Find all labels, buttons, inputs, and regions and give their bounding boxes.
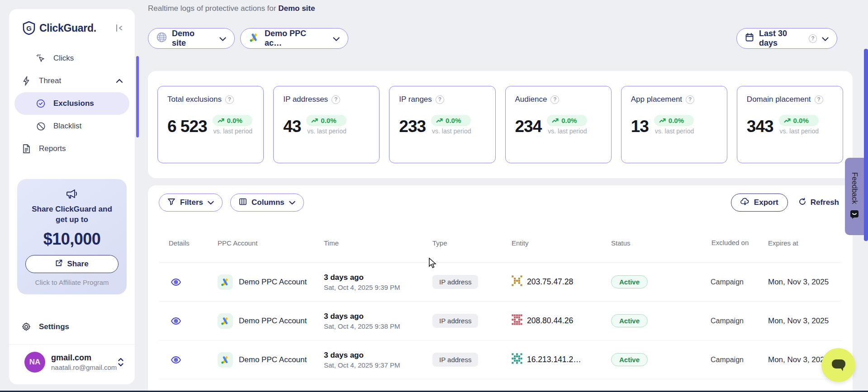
stat-value: 233	[399, 118, 426, 135]
table-row[interactable]: Demo PPC Account 3 days ago Sat, Oct 4, …	[159, 340, 842, 379]
stat-card-total-exclusions: Total exclusions? 6 523 0.0% vs. last pe…	[157, 86, 264, 163]
logo-text: ClickGuard.	[39, 22, 113, 34]
table-toolbar: Filters Columns Export	[159, 194, 842, 212]
status-badge: Active	[611, 314, 648, 327]
table-row[interactable]: Demo PPC Account 3 days ago Sat, Oct 4, …	[159, 301, 842, 340]
google-ads-icon	[218, 352, 233, 368]
stat-value: 6 523	[167, 118, 207, 135]
user-account[interactable]: NA gmail.com naatali.ro@gmail.com	[9, 345, 135, 373]
entity-cell: 16.213.141.2…	[512, 353, 611, 366]
chevron-down-icon	[333, 34, 340, 43]
sidebar-item-blacklist[interactable]: Blacklist	[14, 115, 129, 137]
date-range-selector[interactable]: Last 30 days ?	[736, 28, 837, 49]
feedback-tab[interactable]: Feedback	[845, 158, 864, 235]
gear-icon	[21, 321, 32, 332]
view-details-eye-icon[interactable]	[171, 315, 182, 327]
promo-text: Share ClickGuard and get up to	[24, 204, 120, 225]
sidebar-item-exclusions[interactable]: Exclusions	[14, 92, 129, 115]
help-icon[interactable]: ?	[332, 95, 340, 104]
page-subtitle: Realtime logs of protective actions for …	[148, 4, 315, 13]
stat-value: 43	[283, 118, 301, 135]
ppc-account-name: Demo PPC Account	[239, 355, 307, 364]
share-label: Share	[67, 260, 88, 269]
columns-button[interactable]: Columns	[230, 194, 304, 212]
ppc-account-name: Demo PPC Account	[239, 316, 307, 326]
chevron-down-icon	[289, 201, 295, 205]
stat-delta-badge: 0.0%	[306, 115, 346, 126]
collapse-sidebar-icon[interactable]	[113, 22, 125, 34]
status-badge: Active	[611, 275, 648, 288]
help-icon[interactable]: ?	[686, 95, 694, 104]
table-row[interactable]: Demo PPC Account 3 days ago Sat, Oct 4, …	[159, 262, 842, 301]
stat-value: 13	[631, 118, 649, 135]
cloud-download-icon	[740, 198, 749, 208]
help-icon[interactable]: ?	[550, 95, 559, 104]
page-scrollbar[interactable]	[864, 49, 868, 241]
stat-value: 234	[515, 118, 542, 135]
stat-label: Total exclusions	[167, 95, 222, 104]
time-cell: 3 days ago Sat, Oct 4, 2025 9:38 PM	[324, 312, 432, 330]
lightning-icon	[21, 76, 32, 86]
sidebar-item-threat[interactable]: Threat	[14, 70, 129, 92]
time-full: Sat, Oct 4, 2025 9:39 PM	[324, 283, 432, 291]
google-ads-icon	[249, 32, 260, 45]
stat-label: Audience	[515, 95, 547, 104]
globe-icon	[157, 32, 167, 45]
stat-card-ip-addresses: IP addresses? 43 0.0% vs. last period	[273, 86, 379, 163]
help-icon[interactable]: ?	[809, 34, 817, 43]
refresh-icon	[798, 198, 806, 208]
stat-delta-badge: 0.0%	[431, 115, 471, 126]
stat-card-domain-placement: Domain placement? 343 0.0% vs. last peri…	[737, 86, 843, 163]
ppc-account-selector[interactable]: Demo PPC ac…	[240, 28, 348, 49]
stat-value: 343	[747, 118, 773, 135]
affiliate-promo-card[interactable]: Share ClickGuard and get up to $10,000 S…	[17, 179, 127, 294]
date-range-value: Last 30 days	[759, 29, 804, 48]
stats-panel: Total exclusions? 6 523 0.0% vs. last pe…	[148, 71, 853, 178]
stat-label: IP ranges	[399, 95, 432, 104]
stat-label: IP addresses	[283, 95, 328, 104]
help-icon[interactable]: ?	[815, 95, 823, 104]
chat-bubble-icon	[831, 359, 846, 372]
column-header-details: Details	[159, 239, 218, 247]
time-relative: 3 days ago	[324, 351, 432, 360]
column-header-ppc-account: PPC Account	[218, 239, 324, 247]
google-ads-icon	[218, 313, 233, 329]
share-button[interactable]: Share	[25, 255, 119, 273]
clickguard-app: G ClickGuard. Clicks Threat	[0, 0, 868, 392]
export-label: Export	[754, 198, 778, 207]
help-icon[interactable]: ?	[436, 95, 444, 104]
entity-value: 203.75.47.28	[527, 277, 573, 287]
stat-caption: vs. last period	[547, 128, 587, 135]
type-badge: IP address	[432, 314, 478, 328]
table-row-partial[interactable]: 3 days ago IP address	[159, 379, 842, 392]
chevron-up-icon[interactable]	[116, 76, 123, 85]
filters-button[interactable]: Filters	[159, 194, 223, 212]
site-selector[interactable]: Demo site	[148, 28, 235, 49]
export-button[interactable]: Export	[731, 194, 788, 212]
view-details-eye-icon[interactable]	[171, 354, 182, 366]
chat-launcher-button[interactable]	[821, 348, 855, 382]
excluded-on-cell: Campaign	[711, 317, 763, 325]
sidebar-item-reports[interactable]: Reports	[14, 137, 129, 160]
nav-scrollbar[interactable]	[136, 56, 139, 137]
expires-at-cell: Mon, Nov 3, 2025	[763, 316, 842, 326]
view-details-eye-icon[interactable]	[171, 276, 182, 288]
help-icon[interactable]: ?	[225, 95, 234, 104]
external-link-icon	[55, 259, 63, 269]
time-full: Sat, Oct 4, 2025 9:37 PM	[324, 361, 432, 369]
badge-check-icon	[35, 98, 46, 109]
refresh-button[interactable]: Refresh	[796, 194, 842, 212]
excluded-on-cell: Campaign	[711, 356, 763, 364]
sidebar-item-label: Clicks	[53, 54, 74, 63]
subtitle-site-name: Demo site	[278, 4, 315, 13]
stat-delta-badge: 0.0%	[213, 115, 252, 126]
column-header-excluded-on: Excluded on	[711, 238, 749, 247]
sidebar-nav: Clicks Threat Exclusions	[9, 47, 135, 160]
excluded-on-cell: Campaign	[711, 278, 763, 286]
calendar-icon	[745, 33, 754, 44]
feedback-smiley-icon	[850, 210, 859, 221]
sidebar-item-clicks[interactable]: Clicks	[14, 47, 129, 70]
select-chevrons-icon[interactable]	[117, 356, 126, 368]
sidebar-item-settings[interactable]: Settings	[14, 316, 129, 338]
entity-value: 16.213.141.2…	[527, 355, 581, 364]
